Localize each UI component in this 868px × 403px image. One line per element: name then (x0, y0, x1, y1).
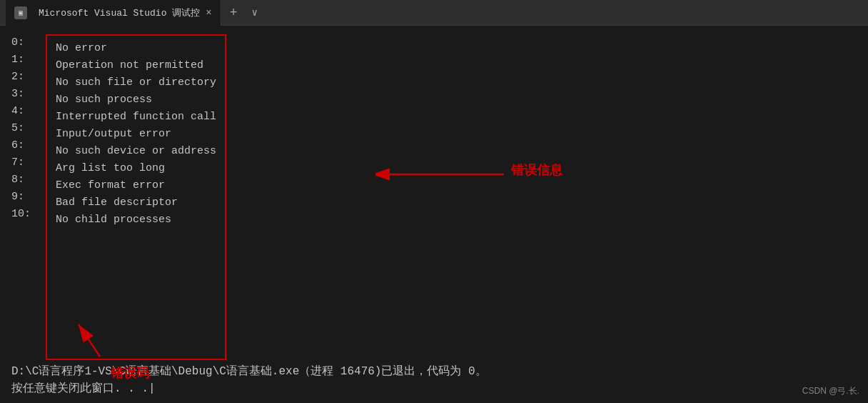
error-list-box: No error Operation not permitted No such… (46, 34, 226, 360)
error-item-6: No such device or address (56, 143, 216, 160)
watermark: CSDN @弓.长. (802, 385, 859, 397)
error-item-3: No such process (56, 91, 216, 109)
line-num-4: 4: (11, 103, 34, 120)
error-item-2: No such file or directory (56, 74, 216, 91)
tab-dropdown-button[interactable]: ∨ (246, 0, 263, 26)
tab-label: Microsoft Visual Studio 调试控 (39, 6, 200, 19)
error-item-8: Exec format error (56, 177, 216, 194)
line-num-6: 6: (11, 137, 34, 154)
error-item-7: Arg list too long (56, 160, 216, 177)
error-info-annotation: 错误信息 (511, 161, 562, 179)
line-num-5: 5: (11, 120, 34, 137)
line-num-3: 3: (11, 86, 34, 103)
line-num-2: 2: (11, 69, 34, 86)
error-item-4: Interrupted function call (56, 109, 216, 126)
error-info-label: 错误信息 (511, 163, 562, 177)
error-item-5: Input/output error (56, 126, 216, 143)
tab-add-button[interactable]: + (221, 0, 246, 26)
main-content: 0: 1: 2: 3: 4: 5: 6: 7: 8: 9: 10: No err… (0, 26, 868, 403)
output-section: 0: 1: 2: 3: 4: 5: 6: 7: 8: 9: 10: No err… (11, 31, 857, 360)
line-num-7: 7: (11, 154, 34, 171)
error-item-0: No error (56, 40, 216, 57)
error-code-annotation: 错误码 (111, 364, 149, 382)
tab-close-button[interactable]: × (206, 8, 211, 18)
error-code-label: 错误码 (111, 366, 149, 380)
line-num-1: 1: (11, 51, 34, 69)
line-num-0: 0: (11, 34, 34, 51)
line-num-9: 9: (11, 189, 34, 206)
svg-line-3 (79, 324, 100, 357)
error-item-9: Bad file descriptor (56, 194, 216, 212)
error-info-arrow (375, 153, 518, 196)
title-bar: ▣ Microsoft Visual Studio 调试控 × + ∨ (0, 0, 868, 26)
line-numbers: 0: 1: 2: 3: 4: 5: 6: 7: 8: 9: 10: (11, 31, 34, 360)
error-item-1: Operation not permitted (56, 57, 216, 74)
tab-debug[interactable]: ▣ Microsoft Visual Studio 调试控 × (6, 0, 221, 26)
line-num-8: 8: (11, 171, 34, 189)
error-item-10: No child processes (56, 212, 216, 229)
line-num-10: 10: (11, 206, 34, 223)
error-code-arrow (43, 317, 157, 360)
bottom-line-2: 按任意键关闭此窗口. . .| (11, 380, 857, 397)
vs-icon: ▣ (14, 6, 27, 19)
